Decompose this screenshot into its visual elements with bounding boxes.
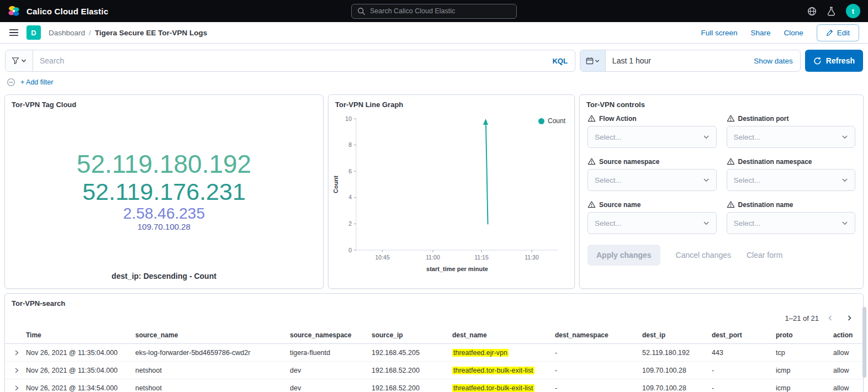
apply-changes-button[interactable]: Apply changes xyxy=(588,245,660,266)
control-destination-name: Destination name Select... xyxy=(727,200,856,234)
column-header-dest-ip[interactable]: dest_ip xyxy=(642,331,712,339)
tag-cloud-term[interactable]: 109.70.100.28 xyxy=(137,223,190,232)
line-graph-panel: Tor-VPN Line Graph Count 0 2 4 6 8 10 10… xyxy=(328,94,575,289)
edit-button[interactable]: Edit xyxy=(817,24,859,41)
breadcrumb-bar: D Dashboard / Tigera Secure EE Tor-VPN L… xyxy=(0,22,868,44)
filter-settings-icon[interactable] xyxy=(7,78,15,87)
pencil-icon xyxy=(826,29,833,36)
svg-text:Count: Count xyxy=(332,176,339,193)
cell-action: allow xyxy=(833,367,861,374)
svg-text:6: 6 xyxy=(348,168,352,174)
cell-time: Nov 26, 2021 @ 11:35:04.000 xyxy=(26,349,135,357)
cell-dest-ip: 109.70.100.28 xyxy=(642,384,712,392)
warning-triangle-icon[interactable] xyxy=(588,157,596,166)
column-header-dest-name[interactable]: dest_name xyxy=(452,331,555,339)
source-namespace-select[interactable]: Select... xyxy=(588,169,717,191)
cell-dest-ip: 52.119.180.192 xyxy=(642,349,712,357)
globe-icon[interactable] xyxy=(807,7,817,16)
panel-title: Tor-VPN controls xyxy=(580,95,863,110)
cell-dest-ip: 109.70.100.28 xyxy=(642,367,712,374)
app-title: Calico Cloud Elastic xyxy=(27,7,108,16)
warning-triangle-icon[interactable] xyxy=(588,114,596,123)
destination-name-select[interactable]: Select... xyxy=(727,212,856,234)
legend-label: Count xyxy=(548,117,565,125)
search-icon xyxy=(357,7,366,15)
control-destination-port: Destination port Select... xyxy=(727,114,856,148)
flask-icon[interactable] xyxy=(827,7,836,16)
legend-dot-icon xyxy=(538,118,544,124)
query-bar: KQL Last 1 hour Show dates Refresh xyxy=(0,44,868,92)
add-filter-button[interactable]: + Add filter xyxy=(20,78,53,86)
destination-port-select[interactable]: Select... xyxy=(727,126,856,148)
warning-triangle-icon[interactable] xyxy=(727,114,735,123)
column-header-dest-namespace[interactable]: dest_namespace xyxy=(555,331,642,339)
control-flow-action: Flow Action Select... xyxy=(588,114,717,148)
share-button[interactable]: Share xyxy=(750,29,770,37)
svg-text:11:00: 11:00 xyxy=(426,254,440,261)
panel-title: Tor-VPN Tag Cloud xyxy=(5,95,323,110)
menu-button[interactable] xyxy=(9,28,19,38)
column-header-source-name[interactable]: source_name xyxy=(135,331,290,339)
expand-row-button[interactable] xyxy=(7,367,26,374)
warning-triangle-icon[interactable] xyxy=(588,200,596,209)
cell-source-name: netshoot xyxy=(135,384,290,392)
destination-namespace-select[interactable]: Select... xyxy=(727,169,856,191)
cell-dest-port: - xyxy=(712,367,776,374)
full-screen-button[interactable]: Full screen xyxy=(701,29,737,37)
space-badge[interactable]: D xyxy=(27,25,41,40)
clear-form-button[interactable]: Clear form xyxy=(747,251,782,259)
cell-dest-name: threatfeed.tor-bulk-exit-list xyxy=(452,384,555,392)
warning-triangle-icon[interactable] xyxy=(727,157,735,166)
column-header-proto[interactable]: proto xyxy=(776,331,833,339)
search-input[interactable] xyxy=(33,56,552,65)
line-chart: 0 2 4 6 8 10 10:45 11:00 11:15 11:30 Cou… xyxy=(331,111,568,277)
chevron-down-icon xyxy=(841,177,848,183)
date-picker-menu-button[interactable] xyxy=(580,50,606,71)
elastic-logo-icon[interactable] xyxy=(8,5,20,17)
column-header-source-ip[interactable]: source_ip xyxy=(372,331,452,339)
time-range-value[interactable]: Last 1 hour xyxy=(606,56,658,65)
pagination-label: 1–21 of 21 xyxy=(785,314,819,322)
column-header-action[interactable]: action xyxy=(833,331,861,339)
cell-time: Nov 26, 2021 @ 11:34:54.000 xyxy=(26,384,135,392)
scrollbar[interactable] xyxy=(862,307,866,378)
refresh-icon xyxy=(813,57,822,65)
expand-row-button[interactable] xyxy=(7,385,26,391)
chevron-down-icon xyxy=(841,134,848,140)
cancel-changes-button[interactable]: Cancel changes xyxy=(676,251,731,259)
next-page-button[interactable] xyxy=(842,311,856,325)
source-name-select[interactable]: Select... xyxy=(588,212,717,234)
clone-button[interactable]: Clone xyxy=(784,29,803,37)
svg-text:2: 2 xyxy=(348,220,352,227)
chart-legend[interactable]: Count xyxy=(538,117,565,125)
svg-text:11:15: 11:15 xyxy=(474,254,489,261)
saved-query-menu-button[interactable] xyxy=(6,50,33,71)
flow-action-select[interactable]: Select... xyxy=(588,126,717,148)
tag-cloud-term[interactable]: 2.58.46.235 xyxy=(123,205,205,222)
prev-page-button[interactable] xyxy=(823,311,838,325)
cell-dest-namespace: - xyxy=(555,384,642,392)
kql-syntax-button[interactable]: KQL xyxy=(552,57,574,65)
warning-triangle-icon[interactable] xyxy=(727,200,735,209)
user-avatar[interactable]: t xyxy=(846,4,860,18)
tag-cloud-term[interactable]: 52.119.180.192 xyxy=(77,150,251,179)
cell-action: allow xyxy=(833,349,861,357)
table-row: Nov 26, 2021 @ 11:35:04.000 netshoot dev… xyxy=(5,362,863,379)
refresh-button[interactable]: Refresh xyxy=(805,50,863,72)
cell-source-namespace: tigera-fluentd xyxy=(290,349,372,357)
column-header-dest-port[interactable]: dest_port xyxy=(712,331,776,339)
cell-source-ip: 192.168.52.200 xyxy=(372,367,452,374)
table-row: Nov 26, 2021 @ 11:35:04.000 eks-log-forw… xyxy=(5,344,863,362)
cell-source-name: eks-log-forwarder-5bd4659786-cwd2r xyxy=(135,349,290,357)
column-header-time[interactable]: Time xyxy=(26,331,135,339)
show-dates-button[interactable]: Show dates xyxy=(754,57,800,65)
svg-text:start_time per minute: start_time per minute xyxy=(426,266,488,272)
tag-cloud-term[interactable]: 52.119.176.231 xyxy=(82,178,246,205)
cell-dest-namespace: - xyxy=(555,367,642,374)
expand-row-button[interactable] xyxy=(7,349,26,356)
highlighted-value: threatfeed.tor-bulk-exit-list xyxy=(452,367,534,374)
breadcrumb-dashboard[interactable]: Dashboard xyxy=(49,29,85,37)
global-search-input[interactable] xyxy=(370,7,511,15)
global-search[interactable] xyxy=(351,4,517,19)
column-header-source-namespace[interactable]: source_namespace xyxy=(290,331,372,339)
